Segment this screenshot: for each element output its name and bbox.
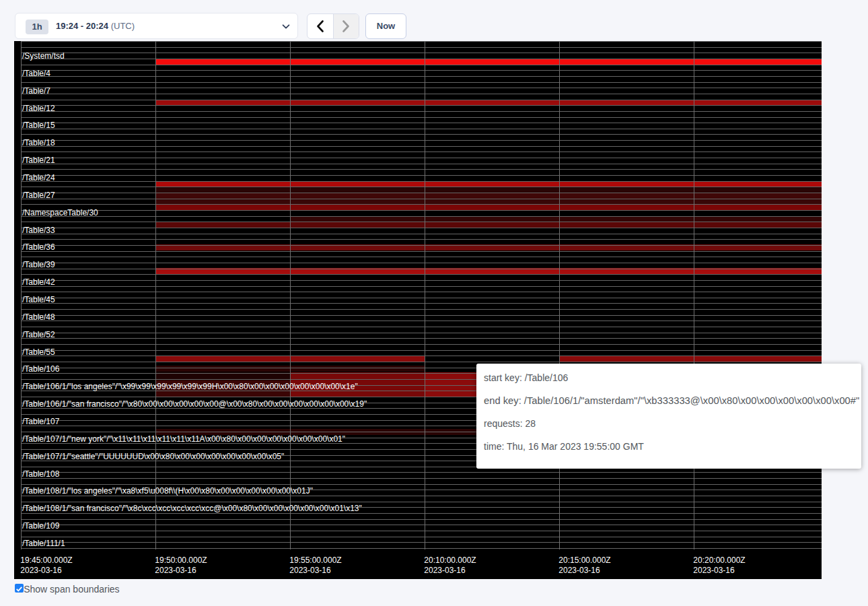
svg-text:/Table/109: /Table/109 <box>22 521 60 531</box>
svg-text:/Table/108/1/"los angeles"/"\x: /Table/108/1/"los angeles"/"\xa8\xf5\u00… <box>22 486 313 496</box>
svg-text:2023-03-16: 2023-03-16 <box>20 566 62 575</box>
svg-text:/Table/36: /Table/36 <box>22 242 55 252</box>
svg-text:/Table/106: /Table/106 <box>22 364 60 374</box>
svg-text:/Table/18: /Table/18 <box>22 138 55 147</box>
svg-text:19:55:00.000Z: 19:55:00.000Z <box>289 556 341 565</box>
svg-text:/Table/15: /Table/15 <box>22 121 55 130</box>
svg-text:/Table/108/1/"san francisco"/": /Table/108/1/"san francisco"/"\x8c\xcc\x… <box>22 504 362 513</box>
svg-text:/Table/107/1/"new york"/"\x11\: /Table/107/1/"new york"/"\x11\x11\x11\x1… <box>22 434 345 444</box>
svg-text:20:20:00.000Z: 20:20:00.000Z <box>693 556 745 565</box>
svg-text:/Table/12: /Table/12 <box>22 104 55 113</box>
svg-text:/NamespaceTable/30: /NamespaceTable/30 <box>22 208 98 217</box>
svg-text:/Table/4: /Table/4 <box>22 69 50 78</box>
svg-text:/System/tsd: /System/tsd <box>22 51 65 61</box>
svg-text:/Table/106/1/"san francisco"/": /Table/106/1/"san francisco"/"\x80\x00\x… <box>22 399 367 409</box>
svg-text:/Table/48: /Table/48 <box>22 312 55 322</box>
svg-text:2023-03-16: 2023-03-16 <box>693 566 735 575</box>
svg-text:/Table/33: /Table/33 <box>22 226 55 235</box>
svg-text:20:10:00.000Z: 20:10:00.000Z <box>424 556 476 565</box>
svg-text:20:15:00.000Z: 20:15:00.000Z <box>558 556 610 565</box>
svg-text:/Table/108: /Table/108 <box>22 469 60 479</box>
svg-text:/Table/24: /Table/24 <box>22 173 55 182</box>
svg-text:/Table/107/1/"seattle"/"UUUUUU: /Table/107/1/"seattle"/"UUUUUUD\x00\x80\… <box>22 452 284 461</box>
svg-text:/Table/55: /Table/55 <box>22 347 55 357</box>
svg-text:/Table/107: /Table/107 <box>22 417 60 426</box>
svg-text:/Table/45: /Table/45 <box>22 295 55 304</box>
svg-text:/Table/106/1/"los angeles"/"\x: /Table/106/1/"los angeles"/"\x99\x99\x99… <box>22 382 358 391</box>
svg-text:/Table/42: /Table/42 <box>22 277 55 287</box>
svg-text:/Table/52: /Table/52 <box>22 330 55 339</box>
svg-text:/Table/7: /Table/7 <box>22 86 50 96</box>
svg-text:2023-03-16: 2023-03-16 <box>558 566 600 575</box>
svg-text:19:50:00.000Z: 19:50:00.000Z <box>155 556 207 565</box>
svg-text:/Table/21: /Table/21 <box>22 156 55 165</box>
svg-text:19:45:00.000Z: 19:45:00.000Z <box>20 556 72 565</box>
svg-text:/Table/39: /Table/39 <box>22 260 55 269</box>
svg-text:/Table/27: /Table/27 <box>22 191 55 200</box>
svg-text:2023-03-16: 2023-03-16 <box>289 566 331 575</box>
svg-text:2023-03-16: 2023-03-16 <box>155 566 196 575</box>
svg-text:/Table/111/1: /Table/111/1 <box>22 539 65 548</box>
svg-text:2023-03-16: 2023-03-16 <box>424 566 466 575</box>
